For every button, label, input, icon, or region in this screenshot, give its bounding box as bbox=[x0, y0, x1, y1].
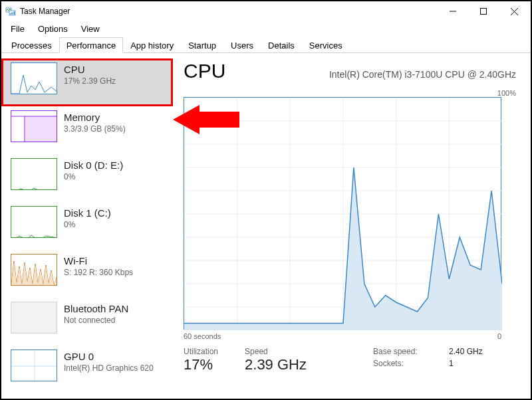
sidebar-item-memory[interactable]: Memory 3.3/3.9 GB (85%) bbox=[1, 106, 173, 154]
sidebar-item-title: Wi-Fi bbox=[64, 255, 133, 266]
sidebar-item-sub: 17% 2.39 GHz bbox=[64, 76, 116, 86]
sidebar-item-text: Disk 1 (C:) 0% bbox=[64, 206, 111, 229]
tab-performance[interactable]: Performance bbox=[59, 37, 123, 53]
disk1-thumb bbox=[11, 206, 57, 238]
chart-xright-label: 0 bbox=[497, 332, 501, 340]
svg-rect-2 bbox=[10, 13, 11, 15]
sidebar-item-cpu[interactable]: CPU 17% 2.39 GHz bbox=[1, 58, 173, 106]
stat-base-speed-label: Base speed: bbox=[373, 347, 426, 356]
disk0-thumb bbox=[11, 158, 57, 190]
tab-processes[interactable]: Processes bbox=[4, 37, 59, 53]
svg-marker-28 bbox=[173, 105, 239, 134]
cpu-stats: Utilization 17% Speed 2.39 GHz Base spee… bbox=[184, 347, 517, 373]
stat-value: 17% bbox=[184, 356, 218, 373]
maximize-button[interactable] bbox=[468, 1, 499, 21]
menubar: File Options View bbox=[1, 21, 531, 36]
svg-rect-7 bbox=[481, 9, 487, 15]
memory-thumb bbox=[11, 110, 57, 142]
sidebar-item-title: Disk 1 (C:) bbox=[64, 207, 111, 219]
svg-rect-4 bbox=[13, 12, 13, 15]
panel-title: CPU bbox=[184, 60, 225, 82]
sidebar-item-sub: 0% bbox=[64, 172, 123, 181]
cpu-thumb bbox=[11, 62, 57, 94]
titlebar: Task Manager bbox=[1, 1, 531, 21]
tab-services[interactable]: Services bbox=[302, 37, 350, 53]
sidebar-item-gpu0[interactable]: GPU 0 Intel(R) HD Graphics 620 bbox=[1, 346, 173, 393]
menu-view[interactable]: View bbox=[74, 23, 106, 35]
sidebar-item-sub: Not connected bbox=[64, 316, 128, 325]
wifi-thumb bbox=[11, 254, 57, 286]
tab-app-history[interactable]: App history bbox=[123, 37, 181, 53]
tabbar: Processes Performance App history Startu… bbox=[1, 36, 531, 53]
sidebar-item-bluetooth[interactable]: Bluetooth PAN Not connected bbox=[1, 298, 173, 346]
sidebar-item-disk0[interactable]: Disk 0 (D: E:) 0% bbox=[1, 154, 173, 202]
stat-value: 2.39 GHz bbox=[245, 356, 307, 373]
panel-subtitle: Intel(R) Core(TM) i3-7100U CPU @ 2.40GHz bbox=[329, 69, 516, 80]
sidebar-item-sub: 3.3/3.9 GB (85%) bbox=[64, 124, 126, 134]
sidebar-item-title: Memory bbox=[64, 112, 126, 123]
panel-header: CPU Intel(R) Core(TM) i3-7100U CPU @ 2.4… bbox=[184, 60, 517, 82]
svg-rect-3 bbox=[11, 13, 12, 15]
sidebar-item-text: CPU 17% 2.39 GHz bbox=[64, 62, 116, 86]
svg-rect-10 bbox=[25, 116, 57, 142]
tab-startup[interactable]: Startup bbox=[181, 37, 223, 53]
chart-xleft-label: 60 seconds bbox=[184, 332, 221, 340]
stat-label: Utilization bbox=[184, 347, 218, 356]
tab-details[interactable]: Details bbox=[261, 37, 302, 53]
stat-base-speed-value: 2.40 GHz bbox=[449, 347, 483, 356]
sidebar-item-disk1[interactable]: Disk 1 (C:) 0% bbox=[1, 202, 173, 250]
stat-speed: Speed 2.39 GHz bbox=[245, 347, 307, 373]
stat-sockets-label: Sockets: bbox=[373, 359, 426, 368]
sidebar-item-title: CPU bbox=[64, 64, 116, 75]
arrow-annotation bbox=[173, 100, 246, 142]
content-area: CPU 17% 2.39 GHz Memory 3.3/3.9 GB (85%) bbox=[1, 53, 531, 399]
sidebar-item-wifi[interactable]: Wi-Fi S: 192 R: 360 Kbps bbox=[1, 250, 173, 298]
chart-ymax-label: 100% bbox=[497, 89, 516, 97]
sidebar-item-title: Disk 0 (D: E:) bbox=[64, 159, 123, 171]
stat-side: Base speed: 2.40 GHz Sockets: 1 bbox=[373, 347, 483, 373]
svg-rect-5 bbox=[14, 11, 15, 15]
sidebar-item-sub: 0% bbox=[64, 220, 111, 229]
stat-sockets-value: 1 bbox=[449, 359, 454, 368]
sidebar-item-text: GPU 0 Intel(R) HD Graphics 620 bbox=[64, 350, 154, 373]
perf-sidebar: CPU 17% 2.39 GHz Memory 3.3/3.9 GB (85%) bbox=[1, 53, 173, 399]
sidebar-item-sub: S: 192 R: 360 Kbps bbox=[64, 268, 133, 277]
window-title: Task Manager bbox=[20, 7, 438, 16]
minimize-button[interactable] bbox=[438, 1, 468, 21]
menu-file[interactable]: File bbox=[4, 23, 31, 35]
stat-label: Speed bbox=[245, 347, 307, 356]
bluetooth-thumb bbox=[11, 302, 57, 334]
app-window: Task Manager File Options View Processes… bbox=[0, 0, 532, 400]
app-icon bbox=[5, 6, 16, 17]
sidebar-item-title: GPU 0 bbox=[64, 351, 154, 362]
stat-utilization: Utilization 17% bbox=[184, 347, 218, 373]
sidebar-item-text: Memory 3.3/3.9 GB (85%) bbox=[64, 110, 126, 134]
sidebar-item-title: Bluetooth PAN bbox=[64, 303, 128, 314]
window-controls bbox=[438, 1, 529, 21]
sidebar-item-sub: Intel(R) HD Graphics 620 bbox=[64, 363, 154, 373]
tab-users[interactable]: Users bbox=[223, 37, 261, 53]
sidebar-item-text: Bluetooth PAN Not connected bbox=[64, 302, 128, 325]
menu-options[interactable]: Options bbox=[31, 23, 74, 35]
close-button[interactable] bbox=[499, 1, 529, 21]
sidebar-item-text: Disk 0 (D: E:) 0% bbox=[64, 158, 123, 181]
gpu0-thumb bbox=[11, 350, 57, 381]
sidebar-item-text: Wi-Fi S: 192 R: 360 Kbps bbox=[64, 254, 133, 277]
